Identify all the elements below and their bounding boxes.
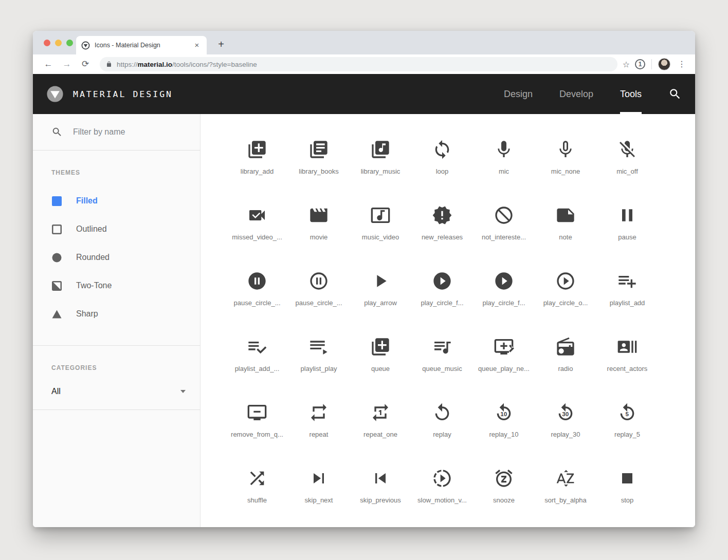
icon-cell-remove_from_queue[interactable]: remove_from_q... bbox=[226, 387, 288, 453]
icon-cell-playlist_add_check[interactable]: playlist_add_... bbox=[226, 322, 288, 387]
icon-cell-play_circle_outline[interactable]: play_circle_o... bbox=[535, 256, 596, 322]
minimize-window-button[interactable] bbox=[55, 40, 62, 46]
theme-filled[interactable]: Filled bbox=[51, 191, 200, 211]
reload-icon[interactable]: ⟳ bbox=[79, 58, 92, 71]
icon-cell-replay_10[interactable]: 10replay_10 bbox=[473, 387, 535, 453]
icon-cell-pause_circle_filled[interactable]: pause_circle_... bbox=[226, 256, 288, 322]
browser-window: Icons - Material Design × + ← → ⟳ https:… bbox=[33, 31, 695, 527]
back-icon[interactable]: ← bbox=[42, 58, 55, 71]
pause_circle_outline-icon bbox=[308, 271, 329, 291]
icon-cell-play_circle_filled_white[interactable]: play_circle_f... bbox=[473, 256, 535, 322]
icon-cell-playlist_play[interactable]: playlist_play bbox=[288, 322, 350, 387]
icon-cell-movie[interactable]: movie bbox=[288, 190, 350, 256]
icon-cell-playlist_add[interactable]: playlist_add bbox=[596, 256, 658, 322]
icon-cell-radio[interactable]: radio bbox=[535, 322, 596, 387]
browser-menu-icon[interactable]: ⋮ bbox=[678, 60, 686, 68]
close-tab-icon[interactable]: × bbox=[192, 41, 202, 50]
filter-input[interactable] bbox=[73, 127, 176, 137]
icon-cell-queue_music[interactable]: queue_music bbox=[411, 322, 473, 387]
icon-cell-shuffle[interactable]: shuffle bbox=[226, 453, 288, 519]
icon-label: mic_none bbox=[551, 167, 580, 175]
icon-label: slow_motion_v... bbox=[417, 496, 467, 504]
icon-cell-pause_circle_outline[interactable]: pause_circle_... bbox=[288, 256, 350, 322]
icon-cell-repeat_one[interactable]: repeat_one bbox=[350, 387, 411, 453]
icon-cell-replay_5[interactable]: 5replay_5 bbox=[596, 387, 658, 453]
missed_video_call-icon bbox=[247, 205, 267, 226]
icon-cell-queue[interactable]: queue bbox=[350, 322, 411, 387]
icon-cell-library_add[interactable]: library_add bbox=[226, 124, 288, 190]
icon-label: repeat bbox=[310, 431, 329, 438]
icon-cell-not_interested[interactable]: not_intereste... bbox=[473, 190, 535, 256]
icon-label: replay_5 bbox=[614, 431, 640, 438]
icon-cell-play_circle_filled[interactable]: play_circle_f... bbox=[411, 256, 473, 322]
icon-cell-skip_previous[interactable]: skip_previous bbox=[350, 453, 411, 519]
forward-icon[interactable]: → bbox=[60, 58, 74, 71]
icon-cell-play_arrow[interactable]: play_arrow bbox=[350, 256, 411, 322]
playlist_add-icon bbox=[617, 271, 638, 291]
chevron-down-icon bbox=[180, 390, 186, 393]
pause-icon bbox=[617, 205, 638, 226]
queue_music-icon bbox=[432, 337, 452, 357]
theme-sharp[interactable]: Sharp bbox=[51, 304, 200, 324]
icon-cell-pause[interactable]: pause bbox=[596, 190, 658, 256]
page-content: THEMES Filled Outlined bbox=[33, 114, 695, 527]
note-icon bbox=[555, 205, 576, 226]
sidebar: THEMES Filled Outlined bbox=[33, 114, 201, 527]
icon-cell-music_video[interactable]: music_video bbox=[350, 190, 411, 256]
not_interested-icon bbox=[494, 205, 514, 226]
icon-cell-skip_next[interactable]: skip_next bbox=[288, 453, 350, 519]
zoom-window-button[interactable] bbox=[66, 40, 73, 46]
browser-tab[interactable]: Icons - Material Design × bbox=[76, 36, 207, 54]
icon-cell-library_music[interactable]: library_music bbox=[350, 124, 411, 190]
icon-cell-recent_actors[interactable]: recent_actors bbox=[596, 322, 658, 387]
category-dropdown[interactable]: All bbox=[51, 387, 200, 396]
icon-cell-queue_play_next[interactable]: queue_play_ne... bbox=[473, 322, 535, 387]
icon-cell-new_releases[interactable]: new_releases bbox=[411, 190, 473, 256]
profile-avatar[interactable] bbox=[658, 58, 670, 70]
mic-icon bbox=[494, 139, 514, 160]
theme-rounded[interactable]: Rounded bbox=[51, 247, 200, 268]
icon-label: mic_off bbox=[616, 167, 638, 175]
icon-cell-snooze[interactable]: snooze bbox=[473, 453, 535, 519]
theme-label: Sharp bbox=[76, 309, 98, 319]
icon-label: playlist_add_... bbox=[235, 365, 280, 372]
icon-cell-replay[interactable]: replay bbox=[411, 387, 473, 453]
skip_next-icon bbox=[308, 468, 329, 489]
icon-cell-slow_motion_video[interactable]: slow_motion_v... bbox=[411, 453, 473, 519]
icon-cell-sort_by_alpha[interactable]: sort_by_alpha bbox=[535, 453, 596, 519]
icon-label: queue_music bbox=[422, 365, 462, 372]
snooze-icon bbox=[494, 468, 514, 489]
icon-cell-mic_none[interactable]: mic_none bbox=[535, 124, 596, 190]
sharp-triangle-icon bbox=[51, 309, 62, 319]
filter-row bbox=[33, 114, 200, 151]
icon-cell-repeat[interactable]: repeat bbox=[288, 387, 350, 453]
close-window-button[interactable] bbox=[44, 40, 50, 46]
nav-tools[interactable]: Tools bbox=[607, 74, 655, 114]
icon-cell-mic[interactable]: mic bbox=[473, 124, 535, 190]
library_books-icon bbox=[308, 139, 329, 160]
icon-label: stop bbox=[621, 496, 634, 504]
brand[interactable]: MATERIAL DESIGN bbox=[46, 85, 173, 103]
theme-label: Filled bbox=[76, 196, 98, 206]
icon-label: remove_from_q... bbox=[231, 431, 283, 438]
icon-cell-note[interactable]: note bbox=[535, 190, 596, 256]
icon-cell-library_books[interactable]: library_books bbox=[288, 124, 350, 190]
new-tab-button[interactable]: + bbox=[214, 38, 228, 52]
extension-icon[interactable]: 1 bbox=[635, 59, 645, 69]
replay_5-icon: 5 bbox=[617, 402, 638, 423]
icon-cell-loop[interactable]: loop bbox=[411, 124, 473, 190]
nav-develop[interactable]: Develop bbox=[546, 74, 607, 114]
nav-design[interactable]: Design bbox=[490, 74, 546, 114]
icon-cell-mic_off[interactable]: mic_off bbox=[596, 124, 658, 190]
icon-label: movie bbox=[310, 233, 328, 241]
play_circle_outline-icon bbox=[555, 271, 576, 291]
address-bar[interactable]: https://material.io/tools/icons/?style=b… bbox=[100, 57, 617, 71]
header-search-icon[interactable] bbox=[668, 87, 682, 101]
icon-cell-stop[interactable]: stop bbox=[596, 453, 658, 519]
icon-cell-missed_video_call[interactable]: missed_video_... bbox=[226, 190, 288, 256]
tab-title: Icons - Material Design bbox=[95, 42, 192, 49]
theme-two-tone[interactable]: Two-Tone bbox=[51, 275, 200, 296]
theme-outlined[interactable]: Outlined bbox=[51, 219, 200, 239]
icon-cell-replay_30[interactable]: 30replay_30 bbox=[535, 387, 596, 453]
bookmark-star-icon[interactable]: ☆ bbox=[623, 60, 630, 69]
